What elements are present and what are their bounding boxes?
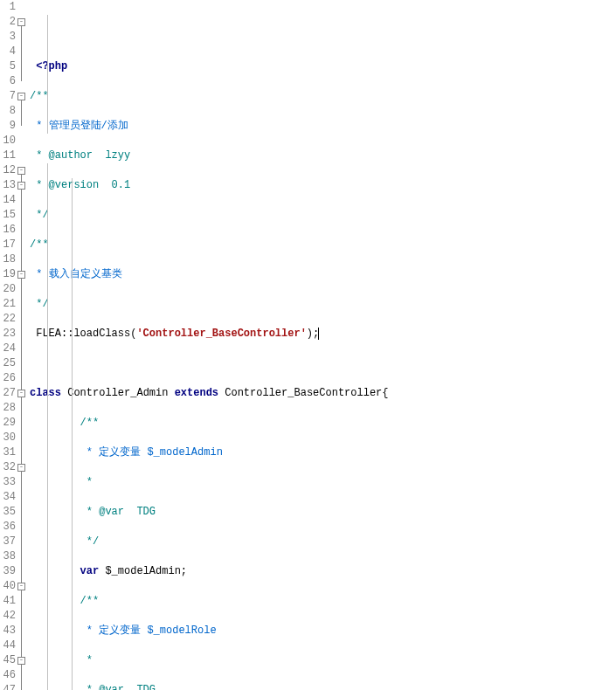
fold-box-icon: - — [17, 390, 25, 397]
fold-box-icon: - — [17, 18, 25, 26]
code-editor[interactable]: <?php /** * 管理员登陆/添加 * @author lzyy * @v… — [30, 0, 616, 690]
fold-box-icon: - — [17, 583, 25, 590]
fold-box-icon: - — [17, 182, 25, 190]
fold-box-icon: - — [17, 657, 25, 665]
fold-box-icon: - — [17, 464, 25, 472]
fold-box-icon: - — [17, 93, 25, 100]
fold-box-icon: - — [17, 167, 25, 175]
fold-box-icon: - — [17, 271, 25, 279]
fold-gutter: - - - - - - - - - — [17, 0, 30, 690]
text-cursor — [318, 328, 319, 340]
line-number-gutter: 123 456 789 101112 131415 161718 192021 … — [0, 0, 17, 690]
